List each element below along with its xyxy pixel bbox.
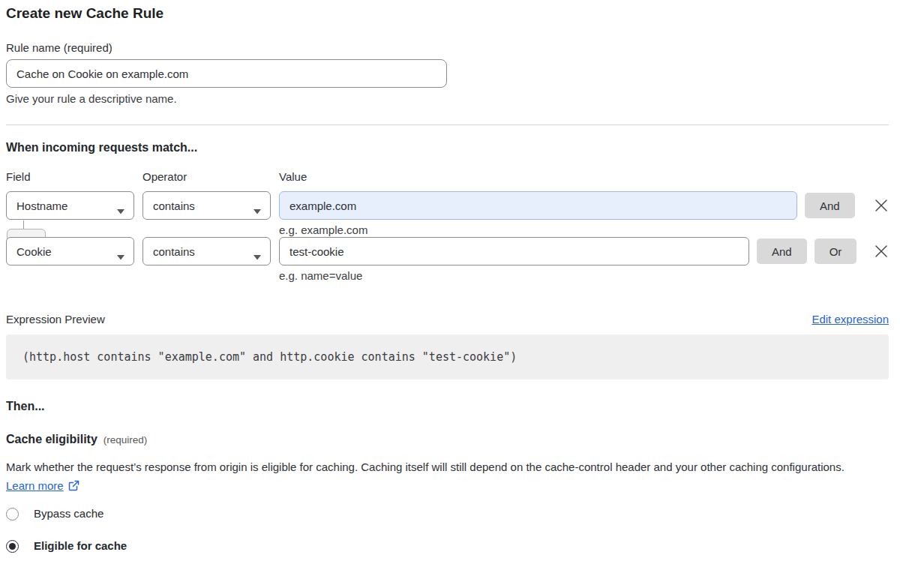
expression-header: Expression Preview Edit expression [6,312,889,326]
expression-code: (http.host contains "example.com" and ht… [22,350,517,364]
match-heading: When incoming requests match... [6,140,889,156]
expression-code-block: (http.host contains "example.com" and ht… [6,334,889,380]
field-select-value: Hostname [16,200,68,212]
rule-name-input[interactable] [6,59,447,88]
rule-name-help: Give your rule a descriptive name. [6,92,889,106]
field-column-label: Field [6,170,134,184]
radio-option-eligible-for-cache[interactable]: Eligible for cache [6,539,889,553]
value-column: e.g. example.com [279,191,797,237]
required-note: (required) [104,434,148,446]
radio-option-bypass-cache[interactable]: Bypass cache [6,507,889,520]
close-icon [874,244,889,259]
and-button[interactable]: And [757,238,807,264]
radio-label: Bypass cache [34,507,104,520]
value-hint: e.g. example.com [279,224,797,237]
value-input[interactable] [279,191,797,220]
value-hint: e.g. name=value [279,269,749,283]
remove-condition-button[interactable] [866,196,889,215]
radio-icon [6,508,19,520]
radio-label: Eligible for cache [34,539,127,553]
field-select-value: Cookie [16,245,52,258]
close-icon [874,198,889,213]
condition-rows: Hostname contains e.g. example.com And [6,191,889,283]
cache-eligibility-heading: Cache eligibility [6,432,98,446]
then-heading: Then... [6,399,889,413]
description-text: Mark whether the request’s response from… [6,460,844,473]
or-button[interactable]: Or [814,238,857,264]
page-title: Create new Cache Rule [6,4,889,22]
external-link-icon [68,480,80,491]
field-select[interactable]: Hostname [6,191,134,220]
edit-expression-link[interactable]: Edit expression [812,312,889,326]
condition-row: Cookie contains e.g. name=value And Or [6,237,889,283]
rule-name-label: Rule name (required) [6,41,889,55]
chevron-down-icon [254,250,261,262]
and-button[interactable]: And [805,193,855,218]
operator-select[interactable]: contains [142,237,271,266]
field-select[interactable]: Cookie [6,237,134,266]
section-divider [6,124,889,125]
connector-line [23,220,24,229]
create-cache-rule-page: Create new Cache Rule Rule name (require… [0,0,900,588]
radio-icon [6,540,19,553]
expression-preview-label: Expression Preview [6,312,105,326]
learn-more-link[interactable]: Learn more [6,479,64,492]
column-labels: Field Operator Value [6,170,889,184]
condition-row: Hostname contains e.g. example.com And [6,191,889,237]
chevron-down-icon [117,250,124,262]
cache-eligibility-heading-row: Cache eligibility (required) [6,432,889,446]
operator-select-value: contains [153,200,195,212]
value-input[interactable] [279,237,749,266]
chevron-down-icon [254,204,261,217]
operator-select[interactable]: contains [142,191,271,220]
operator-column-label: Operator [142,170,271,184]
value-column: e.g. name=value [279,237,749,283]
remove-condition-button[interactable] [866,242,889,261]
cache-eligibility-description: Mark whether the request’s response from… [6,458,876,495]
operator-select-value: contains [153,245,195,258]
value-column-label: Value [279,170,889,184]
chevron-down-icon [117,204,124,217]
